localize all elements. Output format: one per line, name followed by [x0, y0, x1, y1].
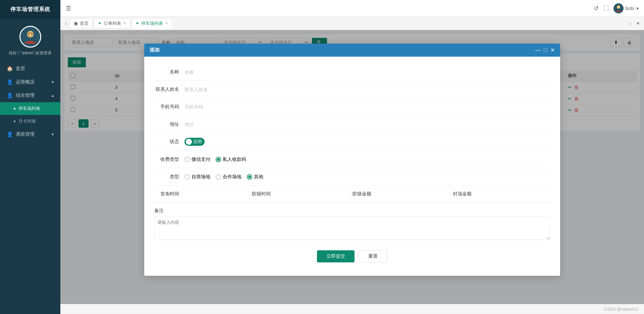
- form-row-fee: 收费类型 微信支付 私人收款码: [154, 151, 550, 168]
- reset-button[interactable]: 重置: [359, 250, 387, 262]
- tier-time-input[interactable]: [275, 191, 346, 197]
- name-input[interactable]: [184, 69, 550, 75]
- sidebar-item-home[interactable]: 🏠 首页: [0, 62, 60, 75]
- sidebar-item-operations[interactable]: 👤 运营概况 ▾: [0, 75, 60, 89]
- form-row-multi: 首免时间 阶级时间 阶级金额: [154, 186, 550, 203]
- remark-textarea[interactable]: [154, 216, 550, 240]
- parking-tab-close[interactable]: ✕: [165, 21, 168, 25]
- home-tab-icon: ▣: [74, 21, 78, 26]
- sidebar-nav: 🏠 首页 👤 运营概况 ▾ 👤 综合管理 ▴ ✦ 停车场列表 ✦ 月卡列表 👤 …: [0, 59, 60, 314]
- submit-button[interactable]: 立即提交: [317, 250, 355, 262]
- sidebar: 停车场管理系统 你好！"admin",欢迎登录 🏠 首页 👤 运营概况 ▾: [0, 0, 60, 314]
- other-radio: [247, 174, 252, 180]
- type-option-other[interactable]: 其他: [247, 174, 263, 180]
- tab-home[interactable]: ▣ 首页: [69, 18, 93, 28]
- form-row-type: 类型 自营场地 合作场地: [154, 168, 550, 186]
- tabs-end: › ▾: [628, 20, 641, 26]
- avatar: [19, 26, 41, 48]
- sidebar-item-system[interactable]: 👤 系统管理 ▾: [0, 128, 60, 141]
- modal-close-btn[interactable]: ✕: [550, 47, 555, 53]
- tier-amount-input[interactable]: [375, 191, 447, 197]
- modal-minimize-btn[interactable]: —: [535, 47, 540, 53]
- tab-parking-list[interactable]: ✦ 停车场列表 ✕: [131, 18, 172, 28]
- footer: CSDN @maker011: [60, 304, 644, 314]
- sidebar-item-management[interactable]: 👤 综合管理 ▴: [0, 89, 60, 102]
- parking-tab-icon: ✦: [136, 21, 139, 26]
- home-icon: 🏠: [7, 66, 13, 72]
- star-icon-1: ✦: [13, 106, 16, 111]
- sidebar-item-monthly-card[interactable]: ✦ 月卡列表: [0, 115, 60, 128]
- modal-footer: 立即提交 重置: [154, 244, 550, 266]
- cap-amount-label: 封顶金额: [453, 191, 476, 197]
- tab-menu-btn[interactable]: ▾: [635, 20, 641, 26]
- sidebar-title: 停车场管理系统: [0, 0, 60, 19]
- status-toggle-wrap: 启用: [184, 138, 205, 146]
- user-icon-3: 👤: [7, 131, 13, 137]
- chevron-icon-2: ▴: [52, 93, 54, 98]
- sidebar-username: 你好！"admin",欢迎登录: [9, 50, 52, 56]
- tabs-bar: ‹ ▣ 首页 ✦ 订单列表 ✕ ✦ 停车场列表 ✕ › ▾: [60, 17, 644, 30]
- svg-point-3: [28, 34, 29, 35]
- cap-amount-input[interactable]: [476, 191, 547, 197]
- first-free-label: 首免时间: [154, 191, 184, 197]
- add-modal: 添加 — □ ✕ 名称: [144, 44, 560, 276]
- phone-label: 手机号码: [154, 104, 184, 110]
- svg-point-6: [617, 5, 620, 9]
- partner-radio: [216, 174, 221, 180]
- chevron-icon-1: ▾: [52, 80, 54, 84]
- self-radio: [184, 174, 190, 180]
- phone-input[interactable]: [184, 104, 550, 110]
- modal-body: 名称 联系人姓名 手机号码: [144, 57, 560, 276]
- user-icon-1: 👤: [7, 79, 13, 85]
- topbar-left: ☰: [66, 5, 71, 12]
- user-icon-2: 👤: [7, 92, 13, 99]
- topbar: ☰ ↺ ⛶ bobi ▾: [60, 0, 644, 17]
- svg-point-4: [31, 34, 33, 35]
- modal-controls: — □ ✕: [535, 47, 555, 53]
- address-label: 地址: [154, 121, 184, 127]
- toggle-circle: [186, 139, 192, 145]
- address-input[interactable]: [184, 122, 550, 127]
- remark-label: 备注: [154, 208, 550, 214]
- wechat-radio: [184, 157, 190, 162]
- topbar-right: ↺ ⛶ bobi ▾: [594, 3, 639, 13]
- modal-overlay: 添加 — □ ✕ 名称: [60, 30, 644, 304]
- type-option-self[interactable]: 自营场地: [184, 174, 210, 180]
- status-label: 状态: [154, 139, 184, 145]
- status-toggle[interactable]: 启用: [184, 138, 205, 146]
- username-label: bobi: [626, 6, 634, 11]
- tab-order-list[interactable]: ✦ 订单列表 ✕: [94, 18, 130, 28]
- tab-next-btn[interactable]: ›: [628, 20, 633, 26]
- modal-title: 添加: [150, 47, 160, 53]
- topbar-user[interactable]: bobi ▾: [613, 3, 639, 13]
- toggle-label: 启用: [193, 139, 202, 145]
- type-radio-group: 自营场地 合作场地 其他: [184, 174, 263, 180]
- fee-radio-group: 微信支付 私人收款码: [184, 156, 246, 163]
- form-row-phone: 手机号码: [154, 98, 550, 116]
- order-tab-icon: ✦: [98, 21, 102, 26]
- fee-label: 收费类型: [154, 156, 184, 163]
- sidebar-item-parking-list[interactable]: ✦ 停车场列表: [0, 102, 60, 115]
- contact-input[interactable]: [184, 87, 550, 92]
- modal-header: 添加 — □ ✕: [144, 44, 560, 57]
- tier-time-label: 阶级时间: [252, 191, 275, 197]
- fee-option-wechat[interactable]: 微信支付: [184, 156, 210, 163]
- order-tab-close[interactable]: ✕: [123, 21, 126, 25]
- footer-text: CSDN @maker011: [604, 307, 639, 312]
- form-row-address: 地址: [154, 116, 550, 133]
- fullscreen-icon[interactable]: ⛶: [603, 5, 609, 11]
- modal-maximize-btn[interactable]: □: [544, 47, 547, 53]
- content-area: 名称 请选择状态 启用 禁用 请选择状态 启用 禁用 🔍 ⬆ 🖨 添加: [60, 30, 644, 304]
- user-chevron-icon: ▾: [636, 6, 639, 11]
- chevron-icon-3: ▾: [52, 132, 54, 137]
- fee-option-private[interactable]: 私人收款码: [216, 156, 246, 163]
- private-radio: [216, 157, 221, 162]
- menu-icon[interactable]: ☰: [66, 5, 71, 12]
- refresh-icon[interactable]: ↺: [594, 5, 599, 12]
- type-label: 类型: [154, 174, 184, 180]
- tab-prev-btn[interactable]: ‹: [63, 20, 69, 26]
- tier-amount-label: 阶级金额: [353, 191, 375, 197]
- type-option-partner[interactable]: 合作场地: [216, 174, 241, 180]
- contact-label: 联系人姓名: [154, 86, 184, 92]
- first-free-input[interactable]: [184, 191, 249, 197]
